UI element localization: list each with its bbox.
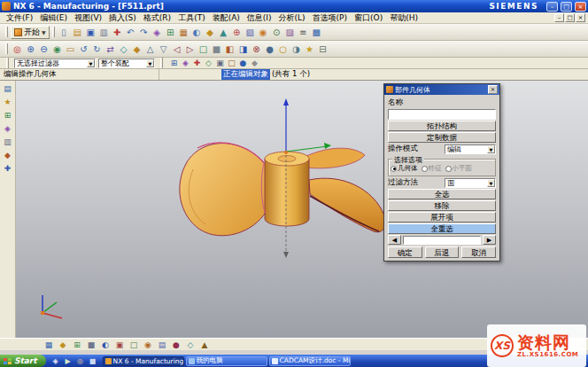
toolbar-icon[interactable]: ◆	[57, 340, 69, 350]
toolbar-icon[interactable]: ⊙	[270, 26, 283, 38]
menu-item[interactable]: 信息(I)	[244, 12, 275, 24]
toolbar-icon[interactable]: ▦	[177, 26, 190, 38]
toolbar-icon[interactable]: ▤	[71, 26, 84, 38]
toolbar-icon[interactable]: ◉	[142, 340, 154, 350]
toolbar-icon[interactable]: ●	[263, 43, 276, 55]
radio-feature[interactable]: 特征	[422, 164, 442, 173]
toolbar-icon[interactable]: ✚	[191, 59, 203, 68]
toolbar-icon[interactable]: ●	[237, 59, 249, 68]
toolbar-icon[interactable]: ◈	[180, 59, 191, 68]
toolbar-icon[interactable]: ≡	[297, 26, 310, 38]
toolbar-icon[interactable]: ■	[85, 340, 97, 350]
toolbar-icon[interactable]: ▤	[156, 340, 168, 350]
toolbar-icon[interactable]: □	[226, 59, 237, 68]
quick-launch-icon[interactable]: ▶	[63, 355, 74, 366]
toolbar-icon[interactable]: ◁	[170, 43, 183, 55]
toolbar-icon[interactable]: ▲	[198, 340, 211, 350]
toolbar-icon[interactable]: ◐	[99, 340, 112, 350]
toolbar-icon[interactable]: ↺	[77, 43, 90, 55]
toolbar-icon[interactable]: ⊖	[37, 43, 50, 55]
menu-item[interactable]: 文件(F)	[3, 12, 36, 24]
toolbar-icon[interactable]: ▲	[217, 26, 230, 38]
back-button[interactable]: 后退	[425, 246, 460, 258]
taskbar-item-word-doc[interactable]: CADCAM设计.doc - Mi...	[269, 356, 351, 366]
toolbar-icon[interactable]: ▽	[157, 43, 170, 55]
toolbar-icon[interactable]: ◨	[236, 43, 250, 55]
toolbar-icon[interactable]: ⊞	[71, 340, 83, 350]
start-menu-button[interactable]: 开始 ▼	[11, 26, 50, 39]
toolbar-icon[interactable]: ○	[276, 43, 290, 55]
cancel-button[interactable]: 取消	[461, 246, 496, 258]
next-item-button[interactable]: ▶	[483, 235, 496, 245]
menu-item[interactable]: 分析(L)	[275, 12, 309, 24]
toolbar-icon[interactable]: ⊞	[168, 59, 180, 68]
menu-item[interactable]: 首选项(P)	[309, 12, 351, 24]
dialog-title-bar[interactable]: 部件几何体 ×	[384, 84, 499, 95]
custom-data-button[interactable]: 定制数据	[388, 132, 496, 143]
taskbar-item-my-computer[interactable]: 我的电脑	[186, 356, 267, 366]
maximize-button[interactable]: □	[561, 2, 572, 12]
toolbar-icon[interactable]: ●	[170, 340, 182, 350]
toolbar-icon[interactable]: ⊕	[230, 26, 244, 38]
toolbar-icon[interactable]: ↶	[124, 26, 137, 38]
quick-launch-icon[interactable]: ◎	[75, 355, 86, 366]
toolbar-icon[interactable]: ↷	[137, 26, 151, 38]
quick-launch-icon[interactable]: ■	[88, 355, 98, 366]
toolbar-icon[interactable]: ▥	[2, 136, 14, 147]
toolbar-icon[interactable]: ◆	[249, 59, 260, 68]
toolbar-icon[interactable]: ◇	[203, 59, 214, 68]
toolbar-icon[interactable]: ◈	[2, 122, 14, 134]
close-button[interactable]: ×	[575, 2, 586, 12]
selection-scope-dropdown[interactable]: 整个装配 ▼	[98, 59, 155, 68]
toolbar-icon[interactable]: ↻	[90, 43, 104, 55]
filter-method-dropdown[interactable]: 面 ▼	[445, 178, 496, 188]
mdi-close-button[interactable]: ×	[576, 13, 585, 22]
toolbar-icon[interactable]: ◇	[184, 340, 197, 350]
toolbar-icon[interactable]: ◎	[11, 43, 24, 55]
mdi-minimize-button[interactable]: –	[554, 13, 564, 22]
toolbar-icon[interactable]: ◐	[190, 26, 204, 38]
toolbar-icon[interactable]: ✚	[111, 26, 124, 38]
toolbar-icon[interactable]: ◑	[290, 43, 303, 55]
toolbar-grip[interactable]	[5, 43, 8, 54]
windows-start-button[interactable]: Start	[0, 355, 46, 367]
toolbar-grip[interactable]	[52, 27, 55, 37]
toolbar-icon[interactable]: ◧	[223, 43, 236, 55]
prev-item-button[interactable]: ◀	[388, 235, 401, 245]
toolbar-icon[interactable]: ⊗	[250, 43, 263, 55]
expand-item-button[interactable]: 展开项	[388, 212, 496, 223]
operation-mode-dropdown[interactable]: 编辑 ▼	[445, 144, 496, 154]
toolbar-icon[interactable]: ▥	[97, 26, 111, 38]
toolbar-icon[interactable]: ▤	[2, 82, 14, 94]
menu-item[interactable]: 窗口(O)	[351, 12, 386, 24]
toolbar-icon[interactable]: ■	[210, 43, 223, 55]
toolbar-icon[interactable]: ▧	[244, 26, 257, 38]
toolbar-icon[interactable]: ▣	[214, 59, 226, 68]
toolbar-icon[interactable]: □	[197, 43, 210, 55]
toolbar-icon[interactable]: ▭	[64, 43, 77, 55]
dialog-close-button[interactable]: ×	[488, 85, 498, 94]
chevron-down-icon[interactable]: ▼	[146, 59, 154, 67]
3d-viewport[interactable]	[16, 81, 588, 338]
menu-item[interactable]: 编辑(E)	[36, 12, 71, 24]
toolbar-icon[interactable]: △	[143, 43, 157, 55]
chevron-down-icon[interactable]: ▼	[87, 59, 95, 67]
ok-button[interactable]: 确定	[388, 246, 422, 258]
toolbar-icon[interactable]: ⊞	[2, 109, 14, 121]
toolbar-icon[interactable]: ▣	[84, 26, 97, 38]
menu-item[interactable]: 工具(T)	[174, 12, 209, 24]
toolbar-icon[interactable]: ◉	[50, 43, 64, 55]
toolbar-icon[interactable]: ◈	[151, 26, 164, 38]
toolbar-icon[interactable]: ⇄	[104, 43, 117, 55]
toolbar-icon[interactable]: ◆	[130, 43, 143, 55]
quick-launch-icon[interactable]: ◈	[50, 355, 61, 366]
menu-item[interactable]: 帮助(H)	[386, 12, 422, 24]
toolbar-grip[interactable]	[6, 58, 9, 68]
radio-geometry[interactable]: 几何体	[391, 164, 418, 173]
toolbar-icon[interactable]: ◉	[257, 26, 270, 38]
menu-item[interactable]: 装配(A)	[209, 12, 244, 24]
selection-filter-dropdown[interactable]: 无选择过滤器 ▼	[14, 59, 96, 68]
toolbar-icon[interactable]: ▩	[310, 26, 323, 38]
toolbar-icon[interactable]: ⊞	[164, 26, 177, 38]
select-all-button[interactable]: 全选	[388, 189, 496, 199]
